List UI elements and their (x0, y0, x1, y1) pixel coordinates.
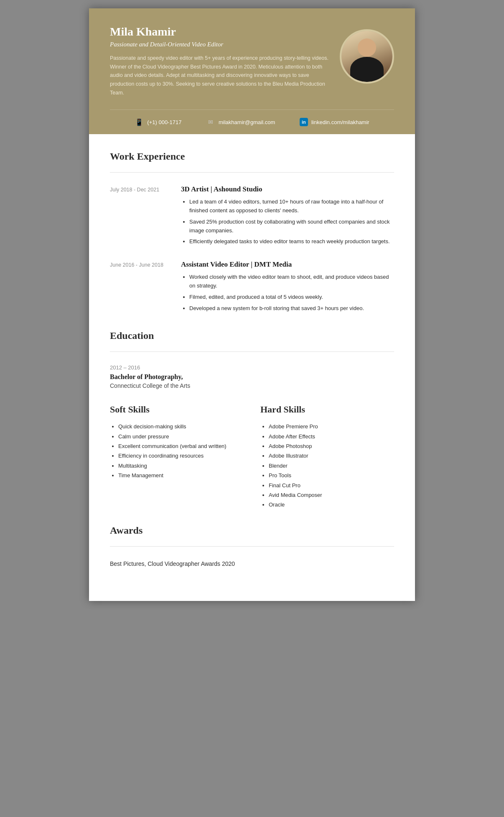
list-item: Adobe Premiere Pro (269, 422, 394, 431)
phone-icon: 📱 (135, 117, 144, 127)
resume-document: Mila Khamir Passionate and Detail-Orient… (89, 8, 415, 601)
candidate-name: Mila Khamir (110, 25, 331, 38)
edu-date: 2012 – 2016 (110, 364, 394, 371)
job-1-date: July 2018 - Dec 2021 (110, 185, 168, 249)
email-address: milakhamir@gmail.com (219, 119, 275, 125)
job-2-bullets: Worked closely with the video editor tea… (181, 273, 394, 313)
list-item: Efficiently delegated tasks to video edi… (189, 237, 394, 246)
list-item: Time Management (118, 471, 244, 480)
hard-skills-title: Hard Skills (260, 404, 394, 415)
divider (110, 172, 394, 173)
avatar-image (341, 31, 392, 82)
list-item: Oracle (269, 500, 394, 509)
job-2-title: Assistant Video Editor | DMT Media (181, 260, 394, 269)
list-item: Final Cut Pro (269, 481, 394, 490)
award-text: Best Pictures, Cloud Videographer Awards… (110, 559, 394, 569)
list-item: Adobe Photoshop (269, 441, 394, 451)
list-item: Pro Tools (269, 471, 394, 480)
list-item: Multitasking (118, 461, 244, 471)
linkedin-icon: in (300, 118, 308, 126)
contact-email: ✉ milakhamir@gmail.com (206, 117, 275, 127)
edu-degree: Bachelor of Photography, (110, 373, 394, 381)
list-item: Quick decision-making skills (118, 422, 244, 431)
education-title: Education (110, 330, 394, 341)
resume-body: Work Experience July 2018 - Dec 2021 3D … (89, 134, 415, 601)
list-item: Efficiency in coordinating resources (118, 451, 244, 461)
job-1-bullets: Led a team of 4 video editors, turned 10… (181, 198, 394, 246)
candidate-tagline: Passionate and Detail-Oriented Video Edi… (110, 41, 331, 48)
list-item: Saved 25% production cost by collaborati… (189, 218, 394, 235)
divider (110, 546, 394, 547)
skills-section: Soft Skills Quick decision-making skills… (110, 404, 394, 510)
list-item: Worked closely with the video editor tea… (189, 273, 394, 290)
work-experience-title: Work Experience (110, 151, 394, 162)
contact-bar: 📱 (+1) 000-1717 ✉ milakhamir@gmail.com i… (110, 109, 394, 134)
soft-skills-col: Soft Skills Quick decision-making skills… (110, 404, 244, 510)
job-1: July 2018 - Dec 2021 3D Artist | Ashound… (110, 185, 394, 249)
hard-skills-col: Hard Skills Adobe Premiere Pro Adobe Aft… (260, 404, 394, 510)
linkedin-url: linkedin.com/milakhamir (311, 119, 369, 125)
list-item: Filmed, edited, and produced a total of … (189, 293, 394, 302)
job-1-content: 3D Artist | Ashound Studio Led a team of… (181, 185, 394, 249)
list-item: Adobe After Effects (269, 432, 394, 441)
edu-school: Connecticut College of the Arts (110, 382, 394, 389)
divider (110, 351, 394, 352)
work-experience-section: Work Experience July 2018 - Dec 2021 3D … (110, 151, 394, 315)
header-text: Mila Khamir Passionate and Detail-Orient… (110, 25, 340, 97)
list-item: Avid Media Composer (269, 490, 394, 500)
job-1-title: 3D Artist | Ashound Studio (181, 185, 394, 193)
list-item: Developed a new system for b-roll storin… (189, 304, 394, 313)
candidate-bio: Passionate and speedy video editor with … (110, 54, 331, 97)
job-2: June 2016 - June 2018 Assistant Video Ed… (110, 260, 394, 315)
contact-linkedin: in linkedin.com/milakhamir (300, 118, 369, 126)
hard-skills-list: Adobe Premiere Pro Adobe After Effects A… (260, 422, 394, 510)
job-2-date: June 2016 - June 2018 (110, 260, 168, 315)
awards-section: Awards Best Pictures, Cloud Videographer… (110, 525, 394, 569)
email-icon: ✉ (206, 117, 215, 127)
list-item: Excellent communication (verbal and writ… (118, 441, 244, 451)
avatar (340, 29, 394, 84)
job-2-content: Assistant Video Editor | DMT Media Worke… (181, 260, 394, 315)
skills-row: Soft Skills Quick decision-making skills… (110, 404, 394, 510)
soft-skills-title: Soft Skills (110, 404, 244, 415)
list-item: Adobe Illustrator (269, 451, 394, 461)
resume-header: Mila Khamir Passionate and Detail-Orient… (89, 8, 415, 134)
education-section: Education 2012 – 2016 Bachelor of Photog… (110, 330, 394, 389)
list-item: Led a team of 4 video editors, turned 10… (189, 198, 394, 215)
contact-phone: 📱 (+1) 000-1717 (135, 117, 181, 127)
list-item: Calm under pressure (118, 432, 244, 441)
soft-skills-list: Quick decision-making skills Calm under … (110, 422, 244, 480)
phone-number: (+1) 000-1717 (147, 119, 181, 125)
awards-title: Awards (110, 525, 394, 536)
list-item: Blender (269, 461, 394, 471)
